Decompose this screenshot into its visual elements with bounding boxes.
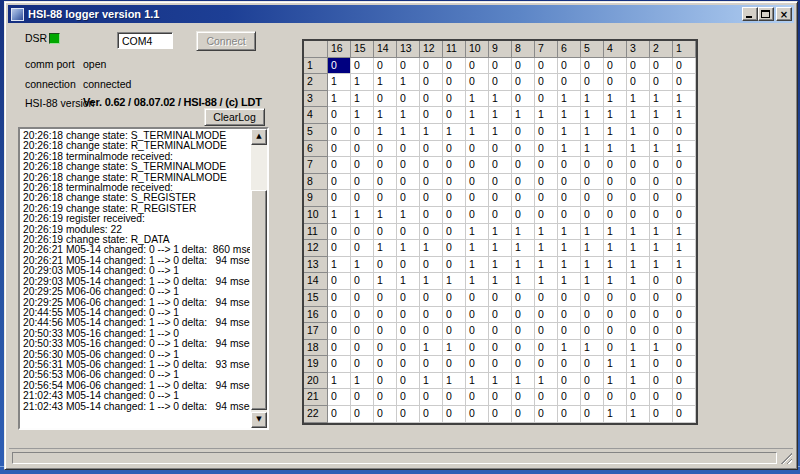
grid-cell[interactable]: 1	[328, 74, 351, 91]
grid-cell[interactable]: 0	[397, 307, 420, 324]
grid-cell[interactable]: 0	[420, 58, 443, 75]
grid-cell[interactable]: 0	[650, 74, 673, 91]
grid-cell[interactable]: 0	[420, 74, 443, 91]
grid-cell[interactable]: 0	[397, 356, 420, 373]
grid-cell[interactable]: 1	[351, 74, 374, 91]
grid-cell[interactable]: 1	[535, 240, 558, 257]
grid-cell[interactable]: 1	[466, 107, 489, 124]
grid-cell[interactable]: 0	[443, 157, 466, 174]
grid-cell[interactable]: 1	[627, 240, 650, 257]
grid-cell[interactable]: 0	[351, 323, 374, 340]
grid-cell[interactable]: 1	[443, 340, 466, 357]
grid-cell[interactable]: 1	[558, 273, 581, 290]
grid-cell[interactable]: 1	[627, 224, 650, 241]
grid-cell[interactable]: 0	[558, 389, 581, 406]
grid-cell[interactable]: 0	[581, 174, 604, 191]
grid-cell[interactable]: 1	[397, 240, 420, 257]
grid-cell[interactable]: 0	[558, 74, 581, 91]
grid-cell[interactable]: 1	[604, 406, 627, 423]
grid-cell[interactable]: 0	[351, 389, 374, 406]
grid-cell[interactable]: 0	[443, 224, 466, 241]
grid-cell[interactable]: 0	[604, 290, 627, 307]
grid-cell[interactable]: 0	[328, 273, 351, 290]
maximize-button[interactable]	[758, 7, 774, 21]
grid-cell[interactable]: 0	[443, 290, 466, 307]
grid-cell[interactable]: 1	[374, 240, 397, 257]
grid-cell[interactable]: 0	[397, 174, 420, 191]
grid-cell[interactable]: 0	[351, 356, 374, 373]
grid-cell[interactable]: 0	[420, 157, 443, 174]
grid-cell[interactable]: 1	[535, 273, 558, 290]
grid-cell[interactable]: 0	[581, 406, 604, 423]
grid-cell[interactable]: 0	[374, 224, 397, 241]
grid-cell[interactable]: 0	[512, 141, 535, 158]
grid-cell[interactable]: 0	[374, 356, 397, 373]
grid-cell[interactable]: 0	[604, 307, 627, 324]
grid-cell[interactable]: 0	[466, 307, 489, 324]
grid-cell[interactable]: 1	[535, 107, 558, 124]
scrollbar-thumb[interactable]	[251, 190, 267, 410]
grid-cell[interactable]: 0	[351, 224, 374, 241]
grid-cell[interactable]: 0	[443, 58, 466, 75]
grid-cell[interactable]: 1	[374, 124, 397, 141]
grid-cell[interactable]: 1	[328, 91, 351, 108]
grid-cell[interactable]: 0	[443, 207, 466, 224]
grid-cell[interactable]: 0	[604, 190, 627, 207]
grid-cell[interactable]: 0	[328, 157, 351, 174]
grid-cell[interactable]: 0	[581, 290, 604, 307]
grid-cell[interactable]: 0	[673, 174, 696, 191]
grid-cell[interactable]: 0	[604, 58, 627, 75]
grid-cell[interactable]: 1	[581, 224, 604, 241]
grid-cell[interactable]: 0	[535, 58, 558, 75]
grid-cell[interactable]: 0	[328, 124, 351, 141]
grid-cell[interactable]: 0	[328, 290, 351, 307]
grid-cell[interactable]: 0	[535, 340, 558, 357]
grid-cell[interactable]: 0	[374, 174, 397, 191]
grid-cell[interactable]: 0	[328, 307, 351, 324]
grid-cell[interactable]: 0	[443, 257, 466, 274]
resize-grip[interactable]	[780, 452, 792, 464]
grid-cell[interactable]: 0	[489, 157, 512, 174]
grid-cell[interactable]: 0	[328, 340, 351, 357]
grid-cell[interactable]: 0	[351, 273, 374, 290]
grid-cell[interactable]: 0	[604, 389, 627, 406]
grid-cell[interactable]: 0	[673, 406, 696, 423]
grid-cell[interactable]: 0	[397, 157, 420, 174]
grid-cell[interactable]: 0	[489, 58, 512, 75]
grid-cell[interactable]: 0	[581, 307, 604, 324]
grid-cell[interactable]: 1	[604, 107, 627, 124]
grid-cell[interactable]: 0	[489, 307, 512, 324]
grid-cell[interactable]: 1	[581, 340, 604, 357]
grid-cell[interactable]: 0	[673, 373, 696, 390]
grid-cell[interactable]: 0	[512, 290, 535, 307]
grid-cell[interactable]: 1	[627, 91, 650, 108]
grid-cell[interactable]: 0	[673, 273, 696, 290]
grid-cell[interactable]: 1	[604, 224, 627, 241]
grid-cell[interactable]: 0	[673, 190, 696, 207]
title-bar[interactable]: HSI-88 logger version 1.1 ×	[8, 5, 794, 23]
scroll-up-icon[interactable]: ▲	[251, 129, 267, 145]
grid-cell[interactable]: 0	[374, 141, 397, 158]
grid-cell[interactable]: 0	[489, 190, 512, 207]
grid-cell[interactable]: 1	[558, 340, 581, 357]
grid-cell[interactable]: 0	[443, 406, 466, 423]
grid-cell[interactable]: 1	[466, 273, 489, 290]
grid-cell[interactable]: 0	[397, 91, 420, 108]
grid-cell[interactable]: 0	[374, 373, 397, 390]
grid-cell[interactable]: 0	[512, 323, 535, 340]
grid-cell[interactable]: 0	[558, 323, 581, 340]
grid-cell[interactable]: 1	[581, 257, 604, 274]
grid-cell[interactable]: 0	[558, 290, 581, 307]
grid-cell[interactable]: 0	[489, 406, 512, 423]
minimize-button[interactable]	[742, 7, 758, 21]
grid-cell[interactable]: 1	[604, 356, 627, 373]
grid-cell[interactable]: 0	[328, 174, 351, 191]
grid-cell[interactable]: 1	[512, 373, 535, 390]
grid-cell[interactable]: 0	[512, 91, 535, 108]
grid-cell[interactable]: 0	[443, 307, 466, 324]
grid-cell[interactable]: 0	[673, 124, 696, 141]
grid-cell[interactable]: 0	[650, 290, 673, 307]
grid-cell[interactable]: 1	[673, 107, 696, 124]
grid-cell[interactable]: 0	[673, 389, 696, 406]
grid-cell[interactable]: 0	[489, 389, 512, 406]
